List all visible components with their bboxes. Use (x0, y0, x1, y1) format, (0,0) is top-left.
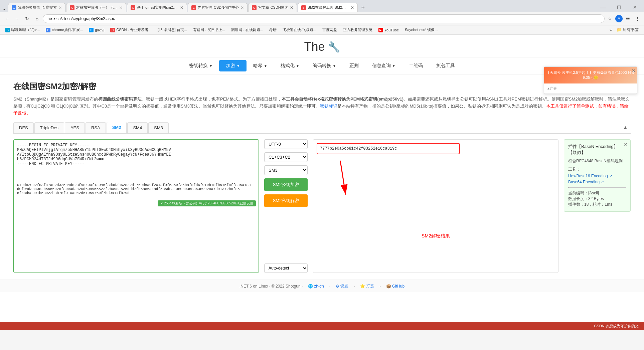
bookmark-pixiv[interactable]: P [pixiv] (86, 27, 107, 33)
tab-1[interactable]: G 算法替换攻击_百度搜索 ✕ (8, 3, 65, 12)
more-bookmarks-btn[interactable]: » (610, 28, 612, 32)
bookmark-48msg[interactable]: [48 条消息] 首页... (155, 27, 190, 33)
bookmark-label: chrome插件/扩展... (52, 27, 83, 32)
bookmark-bilibili[interactable]: B 哔哩哔哩（`-´)>... (3, 27, 42, 33)
site-logo: The 🔧 (304, 40, 340, 54)
tab-close-1[interactable]: ✕ (58, 5, 62, 10)
bookmark-chrome-ext[interactable]: C chrome插件/扩展... (43, 27, 86, 33)
minimize-btn[interactable]: — (595, 3, 611, 12)
bookmark-label: YouTube (384, 28, 399, 32)
address-bar[interactable] (43, 14, 605, 23)
refresh-btn[interactable]: ↻ (23, 14, 31, 23)
base64-encoding-link[interactable]: Base64 Encoding ↗ (568, 180, 626, 184)
maximize-btn[interactable]: ☐ (611, 3, 627, 12)
tab-title-4: 内容管理-CSDN创作中心 (198, 5, 239, 10)
profile-avatar[interactable]: A (615, 15, 623, 22)
tool-area: -----BEGIN EC PRIVATE KEY----- MHcCAQEEI… (13, 139, 631, 273)
bookmark-kaoyuan[interactable]: 考研 (267, 27, 279, 33)
nav-encrypt[interactable]: 加密 ▼ (219, 60, 247, 71)
tab-5[interactable]: C 写文章-CSDN博客 ✕ (248, 3, 297, 12)
tab-sm3[interactable]: SM3 (148, 122, 169, 133)
tab-favicon-3: C (131, 5, 135, 10)
extensions-btn[interactable]: ☲ (624, 15, 632, 23)
tab-tripledes[interactable]: TripleDes (34, 122, 64, 133)
bookmark-star-btn[interactable]: ☆ (606, 15, 614, 23)
footer-link-github[interactable]: 📦 GitHub (386, 284, 405, 289)
tab-aes[interactable]: AES (65, 122, 85, 133)
encoding-select[interactable]: UTF-8 (264, 139, 308, 149)
footer-link-lang[interactable]: 🌐 zh-cn (308, 284, 324, 289)
hash-select[interactable]: SM3 SM2 (264, 165, 308, 175)
bookmark-csdn[interactable]: C CSDN - 专业开发者... (108, 27, 154, 33)
hex-encoding-link[interactable]: Hex/Base16 Encoding ↗ (568, 174, 626, 178)
back-btn[interactable]: ← (3, 14, 11, 23)
nav-qrcode[interactable]: 二维码 (402, 60, 430, 71)
tab-sm2[interactable]: SM2 (107, 122, 127, 133)
page-title: 在线国密SM2加密/解密 (13, 81, 631, 92)
tab-favicon-2: C (70, 5, 74, 10)
nav-hash[interactable]: 哈希 ▼ (247, 60, 274, 71)
new-tab-btn[interactable]: + (358, 3, 368, 12)
tab-6[interactable]: S SM2在线解工具 SM2加密工... ✕ (298, 3, 358, 12)
collapse-btn[interactable]: ▲ (620, 123, 631, 132)
bilibili-icon: B (5, 28, 10, 32)
bookmark-feijisu[interactable]: 飞极速在线-飞极速... (280, 27, 319, 33)
tab-4[interactable]: C 内容管理-CSDN创作中心 ✕ (188, 3, 248, 12)
tab-close-2[interactable]: ✕ (119, 5, 123, 10)
bookmark-sayobot[interactable]: Sayobot osu! 镜像... (402, 27, 440, 33)
nav-format[interactable]: 格式化 ▼ (274, 60, 306, 71)
home-btn[interactable]: ⌂ (33, 14, 41, 23)
bookmark-speedtest[interactable]: 测速网 - 在线网速... (228, 27, 266, 33)
tab-3[interactable]: C 基于 gmssl实现的sm2加密（C... ✕ (127, 3, 187, 12)
bookmark-label: [pixiv] (95, 28, 104, 32)
bookmark-youlu[interactable]: 有路网 - 买日书上... (190, 27, 228, 33)
ad-close-btn[interactable]: ✕ (632, 68, 636, 73)
bookmark-label: 正方教务管理系统 (343, 27, 372, 32)
footer-link-reward[interactable]: ⭐ 打赏 (360, 283, 374, 289)
nav-key-convert[interactable]: 密钥转换 ▼ (182, 60, 219, 71)
side-card-subtitle: 符合RFC4648 BaseN编码规则 (568, 158, 626, 164)
tab-sm4[interactable]: SM4 (127, 122, 148, 133)
bookmark-label: Sayobot osu! 镜像... (405, 27, 438, 32)
side-panel-close-btn[interactable]: ✕ (624, 142, 628, 147)
bookmark-baidu-pan[interactable]: 百度网盘 (320, 27, 340, 33)
tab-close-4[interactable]: ✕ (240, 5, 244, 10)
bookmark-jwc[interactable]: 正方教务管理系统 (340, 27, 375, 33)
encrypt-btn[interactable]: SM2公钥加密 (264, 178, 308, 191)
nav-label: 抓包工具 (436, 63, 455, 69)
cipher-mode-select[interactable]: C1+C3+C2 C1+C2+C3 (264, 152, 308, 162)
tab-2[interactable]: C 对称加密算法（一）（替换算... ✕ (66, 3, 126, 12)
decrypt-btn[interactable]: SM2私钥解密 (264, 194, 308, 207)
tab-bar: ⌄ G 算法替换攻击_百度搜索 ✕ C 对称加密算法（一）（替换算... ✕ C… (0, 0, 644, 12)
right-controls: UTF-8 C1+C3+C2 C1+C2+C3 SM3 SM2 SM2公钥加密 … (264, 139, 308, 273)
side-card: 插件【BaseN Encoding】【疑似】 符合RFC4648 BaseN编码… (564, 139, 631, 212)
tab-close-5[interactable]: ✕ (290, 5, 293, 10)
nav-dropdown-icon: ▼ (209, 64, 212, 68)
nav-info-query[interactable]: 信息查询 ▼ (365, 60, 402, 71)
nav-encode[interactable]: 编码转换 ▼ (306, 60, 343, 71)
csdn-bar: CSDN @想成为守护你的光 (0, 322, 644, 330)
footer-link-settings[interactable]: ⚙ 设置 (336, 283, 348, 289)
key-textarea[interactable]: -----BEGIN EC PRIVATE KEY----- MHcCAQEEI… (17, 143, 255, 176)
tab-rsa[interactable]: RSA (86, 122, 106, 133)
auto-detect-select[interactable]: Auto-detect (264, 264, 308, 273)
ad-text: 【天翼云 云主机2.5折起！】更有爆款流量包100G只要9.35元🪙 (544, 69, 637, 81)
nav-packet-capture[interactable]: 抓包工具 (430, 60, 462, 71)
nav-label: 编码转换 (313, 63, 331, 69)
tab-close-6[interactable]: ✕ (351, 5, 354, 10)
plugin-info: 插件数：18，耗时：1ms (568, 202, 626, 207)
cipher-input[interactable] (317, 143, 460, 154)
menu-btn[interactable]: ⋮ (633, 15, 641, 23)
tab-title-6: SM2在线解工具 SM2加密工... (308, 5, 349, 10)
tab-close-3[interactable]: ✕ (180, 5, 183, 10)
cipher-textarea[interactable]: 049dc20e2fc3fa7ae2d325a4dc23f9e400f1a945… (17, 183, 255, 250)
tab-des[interactable]: DES (13, 122, 34, 133)
bookmark-youtube[interactable]: ▶ YouTube (376, 27, 401, 33)
close-window-btn[interactable]: ✕ (627, 3, 643, 12)
nav-regex[interactable]: 正则 (343, 60, 365, 71)
nav-label: 格式化 (281, 63, 295, 69)
forward-btn[interactable]: → (13, 14, 21, 23)
tab-list-btn[interactable]: ⌄ (0, 4, 8, 12)
all-bookmarks-btn[interactable]: 📁 所有书签 (614, 26, 641, 33)
svg-line-1 (330, 161, 356, 195)
